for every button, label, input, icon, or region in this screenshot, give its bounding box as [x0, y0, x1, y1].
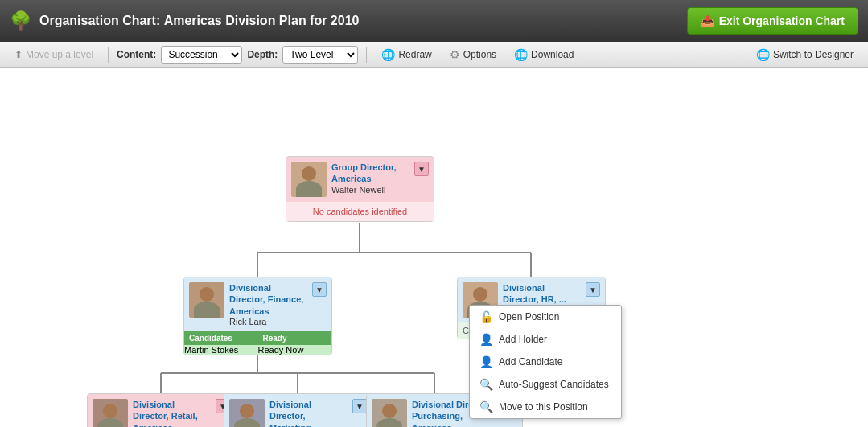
options-icon: ⚙	[450, 48, 460, 61]
toolbar: ⬆ Move up a level Content: Succession De…	[0, 42, 868, 68]
context-open-position-label: Open Position	[499, 311, 559, 322]
top-node: Group Director, Americas Walter Newell ▼…	[286, 156, 434, 222]
context-open-position[interactable]: 🔓 Open Position	[470, 306, 621, 328]
depth-select[interactable]: One Level Two Level Three Level	[282, 46, 358, 64]
top-node-title: Group Director, Americas	[331, 162, 409, 185]
switch-designer-button[interactable]: 🌐 Switch to Designer	[750, 46, 860, 64]
context-menu: 🔓 Open Position 👤 Add Holder 👤 Add Candi…	[469, 305, 622, 419]
separator-2	[366, 47, 367, 63]
bot-left-header: Divisional Director, Retail, Americas Th…	[88, 394, 235, 427]
chart-area: Group Director, Americas Walter Newell ▼…	[0, 68, 868, 427]
context-add-holder[interactable]: 👤 Add Holder	[470, 328, 621, 351]
bot-mid-title: Divisional Director, Marketing, Americas	[269, 399, 348, 427]
header-title-value: Americas Division Plan for 2010	[164, 14, 360, 27]
exit-button[interactable]: 📤 Exit Organisation Chart	[687, 7, 858, 35]
mid-left-candidate1: Martin Stokes	[184, 345, 258, 355]
download-button[interactable]: 🌐 Download	[508, 46, 580, 64]
bot-left-avatar	[93, 399, 128, 427]
mid-left-name: Rick Lara	[229, 317, 307, 326]
top-node-dropdown[interactable]: ▼	[414, 162, 429, 176]
mid-left-ready1: Ready Now	[258, 345, 332, 355]
download-icon: 🌐	[514, 48, 528, 61]
context-add-candidate[interactable]: 👤 Add Candidate	[470, 351, 621, 373]
redraw-label: Redraw	[398, 49, 431, 60]
switch-label: Switch to Designer	[773, 49, 854, 60]
auto-suggest-icon: 🔍	[479, 378, 492, 391]
header-title: Organisation Chart: Americas Division Pl…	[39, 14, 359, 28]
context-auto-suggest[interactable]: 🔍 Auto-Suggest Candidates	[470, 373, 621, 396]
exit-label: Exit Organisation Chart	[719, 14, 845, 27]
mid-left-node-header: Divisional Director, Finance, Americas R…	[184, 277, 331, 331]
move-up-label: Move up a level	[26, 49, 93, 60]
mid-left-avatar	[189, 282, 224, 318]
context-move-to-position[interactable]: 🔍 Move to this Position	[470, 396, 621, 418]
move-up-icon: ⬆	[14, 49, 23, 60]
move-to-position-icon: 🔍	[479, 400, 492, 413]
header-title-label: Organisation Chart:	[39, 14, 160, 27]
context-move-to-position-label: Move to this Position	[499, 401, 588, 413]
move-up-button[interactable]: ⬆ Move up a level	[8, 47, 100, 63]
bot-left-title: Divisional Director, Retail, Americas	[133, 399, 211, 427]
context-auto-suggest-label: Auto-Suggest Candidates	[499, 379, 609, 390]
options-button[interactable]: ⚙ Options	[443, 46, 503, 64]
mid-left-dropdown[interactable]: ▼	[312, 282, 327, 297]
tree-lines	[0, 68, 868, 427]
header-left: 🌳 Organisation Chart: Americas Division …	[10, 10, 359, 31]
switch-icon: 🌐	[756, 48, 770, 61]
bot-mid-avatar	[229, 399, 265, 427]
top-node-header: Group Director, Americas Walter Newell ▼	[286, 157, 434, 202]
redraw-icon: 🌐	[381, 48, 395, 61]
bot-mid-dropdown[interactable]: ▼	[352, 399, 367, 413]
mid-left-candidates: Candidates Ready Martin Stokes Ready Now	[184, 331, 331, 355]
bot-mid-info: Divisional Director, Marketing, Americas…	[269, 399, 348, 427]
depth-label: Depth:	[247, 49, 278, 60]
bot-right-avatar	[372, 399, 407, 427]
top-node-avatar	[291, 162, 327, 197]
redraw-button[interactable]: 🌐 Redraw	[375, 46, 438, 64]
options-label: Options	[463, 49, 496, 60]
context-add-candidate-label: Add Candidate	[499, 356, 562, 367]
app-header: 🌳 Organisation Chart: Americas Division …	[0, 0, 868, 42]
bot-mid-node: Divisional Director, Marketing, Americas…	[224, 393, 372, 427]
mid-left-title: Divisional Director, Finance, Americas	[229, 282, 307, 317]
download-label: Download	[531, 49, 574, 60]
mid-left-node: Divisional Director, Finance, Americas R…	[183, 277, 332, 355]
tree-icon: 🌳	[10, 10, 31, 31]
context-add-holder-label: Add Holder	[499, 334, 547, 345]
mid-right-info: Divisional Director, HR, ...	[503, 282, 581, 306]
bot-left-info: Divisional Director, Retail, Americas Th…	[133, 399, 211, 427]
mid-right-dropdown[interactable]: ▼	[586, 282, 600, 297]
mid-left-info: Divisional Director, Finance, Americas R…	[229, 282, 307, 326]
mid-left-col2: Ready	[258, 331, 332, 345]
bot-mid-header: Divisional Director, Marketing, Americas…	[224, 394, 372, 427]
exit-icon: 📤	[701, 14, 714, 27]
separator-1	[108, 47, 109, 63]
mid-right-title: Divisional Director, HR, ...	[503, 282, 581, 306]
top-node-info: Group Director, Americas Walter Newell	[331, 162, 409, 195]
top-node-no-candidate: No candidates identified	[286, 202, 434, 221]
bot-left-node: Divisional Director, Retail, Americas Th…	[87, 393, 236, 427]
add-holder-icon: 👤	[479, 333, 492, 346]
content-label: Content:	[117, 49, 156, 60]
open-position-icon: 🔓	[479, 310, 492, 323]
mid-left-col1: Candidates	[184, 331, 258, 345]
content-select[interactable]: Succession Development	[161, 46, 242, 64]
top-node-name: Walter Newell	[331, 185, 409, 195]
add-candidate-icon: 👤	[479, 355, 492, 368]
